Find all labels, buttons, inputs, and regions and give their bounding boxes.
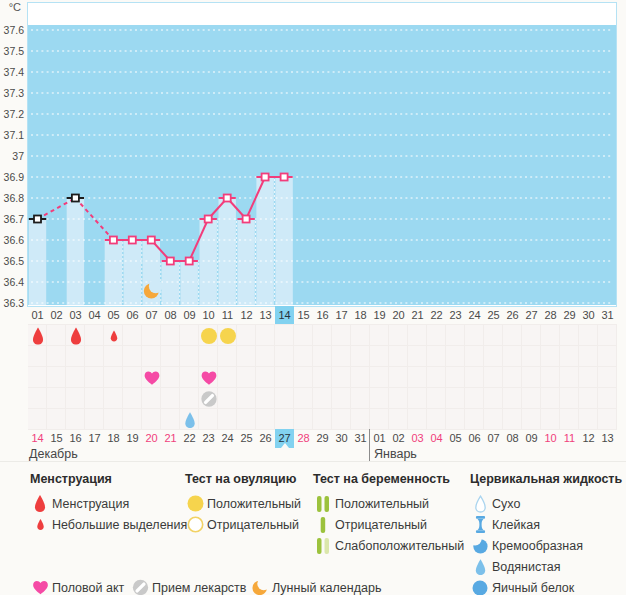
event-grid-cell[interactable] — [579, 409, 598, 430]
event-grid-cell[interactable] — [47, 409, 66, 430]
event-grid-cell[interactable] — [446, 388, 465, 409]
event-grid-cell[interactable] — [408, 325, 427, 346]
cycle-day-cell[interactable]: 24 — [465, 306, 484, 324]
event-grid-cell[interactable] — [408, 409, 427, 430]
calendar-date-cell[interactable]: 02 — [389, 429, 408, 448]
cycle-day-cell[interactable]: 16 — [313, 306, 332, 324]
event-grid-cell[interactable] — [389, 367, 408, 388]
calendar-date-cell[interactable]: 29 — [313, 429, 332, 448]
event-grid-cell[interactable] — [427, 325, 446, 346]
event-grid-cell[interactable] — [484, 409, 503, 430]
event-grid-cell[interactable] — [313, 325, 332, 346]
cycle-day-cell[interactable]: 02 — [47, 306, 66, 324]
cycle-day-cell[interactable]: 20 — [389, 306, 408, 324]
calendar-date-cell[interactable]: 12 — [579, 429, 598, 448]
event-grid-cell[interactable] — [85, 367, 104, 388]
event-grid-cell[interactable] — [218, 346, 237, 367]
cycle-day-cell[interactable]: 01 — [28, 306, 47, 324]
cycle-day-cell[interactable]: 30 — [579, 306, 598, 324]
cycle-day-cell[interactable]: 03 — [66, 306, 85, 324]
event-grid-cell[interactable] — [237, 409, 256, 430]
event-grid-cell[interactable] — [579, 325, 598, 346]
calendar-date-cell[interactable]: 14 — [28, 429, 47, 448]
event-grid-cell[interactable] — [579, 346, 598, 367]
event-grid-cell[interactable] — [427, 346, 446, 367]
event-grid-cell[interactable] — [541, 367, 560, 388]
event-grid-cell[interactable] — [218, 367, 237, 388]
event-grid-cell[interactable] — [560, 367, 579, 388]
event-grid-cell[interactable] — [180, 325, 199, 346]
cycle-day-cell[interactable]: 17 — [332, 306, 351, 324]
event-grid-cell[interactable] — [47, 388, 66, 409]
cycle-day-cell[interactable]: 15 — [294, 306, 313, 324]
event-grid-cell[interactable] — [28, 388, 47, 409]
event-grid-cell[interactable] — [237, 367, 256, 388]
event-grid-cell[interactable] — [85, 346, 104, 367]
event-grid-cell[interactable] — [446, 367, 465, 388]
event-grid-cell[interactable] — [465, 367, 484, 388]
event-grid-cell[interactable] — [275, 388, 294, 409]
event-grid-cell[interactable] — [408, 388, 427, 409]
cycle-day-cell[interactable]: 10 — [199, 306, 218, 324]
event-grid-cell[interactable] — [28, 409, 47, 430]
event-grid-cell[interactable] — [313, 409, 332, 430]
event-grid-cell[interactable] — [294, 409, 313, 430]
event-grid-cell[interactable] — [579, 367, 598, 388]
event-grid-cell[interactable] — [598, 367, 617, 388]
event-grid-cell[interactable] — [142, 388, 161, 409]
cycle-day-cell[interactable]: 26 — [503, 306, 522, 324]
event-grid-cell[interactable] — [47, 367, 66, 388]
event-grid-cell[interactable] — [294, 346, 313, 367]
event-grid-cell[interactable] — [256, 388, 275, 409]
event-grid-cell[interactable] — [256, 409, 275, 430]
event-grid-cell[interactable] — [541, 409, 560, 430]
cycle-day-cell[interactable]: 29 — [560, 306, 579, 324]
event-grid-cell[interactable] — [408, 367, 427, 388]
calendar-date-cell[interactable]: 21 — [161, 429, 180, 448]
calendar-date-cell[interactable]: 03 — [408, 429, 427, 448]
event-grid-cell[interactable] — [85, 325, 104, 346]
calendar-date-cell[interactable]: 26 — [256, 429, 275, 448]
event-grid-cell[interactable] — [332, 325, 351, 346]
event-grid-cell[interactable] — [123, 409, 142, 430]
event-grid-cell[interactable] — [560, 325, 579, 346]
event-grid-cell[interactable] — [123, 388, 142, 409]
event-grid-cell[interactable] — [598, 325, 617, 346]
event-grid-cell[interactable] — [598, 346, 617, 367]
event-grid-cell[interactable] — [275, 409, 294, 430]
event-grid-cell[interactable] — [503, 346, 522, 367]
event-grid-cell[interactable] — [351, 409, 370, 430]
calendar-date-cell[interactable]: 08 — [503, 429, 522, 448]
event-grid-cell[interactable] — [85, 409, 104, 430]
event-grid-cell[interactable] — [256, 346, 275, 367]
cycle-day-cell[interactable]: 07 — [142, 306, 161, 324]
event-grid-cell[interactable] — [522, 346, 541, 367]
calendar-date-cell[interactable]: 01 — [370, 429, 389, 448]
event-grid-cell[interactable] — [351, 325, 370, 346]
calendar-date-cell[interactable]: 27 — [275, 429, 294, 448]
calendar-date-cell[interactable]: 22 — [180, 429, 199, 448]
event-grid-cell[interactable] — [484, 346, 503, 367]
calendar-date-cell[interactable]: 13 — [598, 429, 617, 448]
event-grid-cell[interactable] — [104, 346, 123, 367]
event-grid-cell[interactable] — [275, 367, 294, 388]
calendar-date-cell[interactable]: 30 — [332, 429, 351, 448]
event-grid-cell[interactable] — [142, 409, 161, 430]
calendar-date-cell[interactable]: 18 — [104, 429, 123, 448]
event-grid-cell[interactable] — [370, 346, 389, 367]
event-grid-cell[interactable] — [313, 346, 332, 367]
cycle-day-cell[interactable]: 27 — [522, 306, 541, 324]
event-grid-cell[interactable] — [522, 409, 541, 430]
calendar-date-cell[interactable]: 24 — [218, 429, 237, 448]
event-grid-cell[interactable] — [427, 409, 446, 430]
event-grid-cell[interactable] — [560, 409, 579, 430]
calendar-date-cell[interactable]: 17 — [85, 429, 104, 448]
event-grid-cell[interactable] — [123, 346, 142, 367]
event-grid-cell[interactable] — [503, 367, 522, 388]
event-grid-cell[interactable] — [104, 367, 123, 388]
event-grid-cell[interactable] — [256, 367, 275, 388]
cycle-day-cell[interactable]: 23 — [446, 306, 465, 324]
event-grid-cell[interactable] — [522, 367, 541, 388]
event-grid-cell[interactable] — [541, 346, 560, 367]
event-grid-cell[interactable] — [370, 388, 389, 409]
